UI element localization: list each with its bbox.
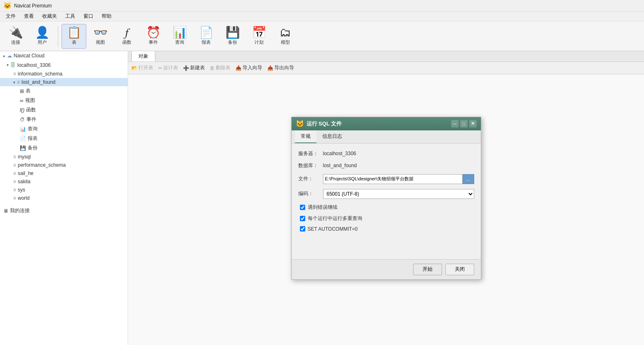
menu-item-窗口[interactable]: 窗口 <box>79 12 97 21</box>
toolbar-btn-view[interactable]: 👓视图 <box>88 24 113 49</box>
toolbar-btn-report[interactable]: 📄报表 <box>194 24 219 49</box>
titlebar: 🐱 Navicat Premium <box>0 0 644 12</box>
main-area: ▸ ☁ Navicat Cloud ▾ 🗄 localhost_3306 ≡ i… <box>0 51 644 345</box>
event-icon: ⏱ <box>20 117 25 123</box>
event-label: 事件 <box>26 116 36 123</box>
sidebar-db-lost-and-found[interactable]: ▾ ≡ lost_and_found <box>0 78 128 86</box>
toolbar-btn-event[interactable]: ⏰事件 <box>141 24 166 49</box>
dialog-tab-general[interactable]: 常规 <box>295 130 316 143</box>
dialog-tab-log[interactable]: 信息日志 <box>316 130 348 143</box>
world-icon: ≡ <box>13 195 16 201</box>
user-toolbar-icon: 👤 <box>35 27 50 38</box>
connection-label: localhost_3306 <box>17 62 51 68</box>
toolbar-btn-query[interactable]: 📊查询 <box>167 24 192 49</box>
table-label: 表 <box>26 87 31 95</box>
db-lost-found-label: lost_and_found <box>21 79 55 85</box>
schedule-toolbar-label: 计划 <box>254 39 264 45</box>
sidebar-query-item[interactable]: 📊 查询 <box>0 124 128 134</box>
menu-item-收藏夹[interactable]: 收藏夹 <box>38 12 61 21</box>
performance-label: performance_schema <box>18 162 66 168</box>
menu-item-帮助[interactable]: 帮助 <box>97 12 116 21</box>
checkbox-autocommit-label: SET AUTOCOMMIT=0 <box>308 226 358 232</box>
connect-toolbar-label: 连接 <box>11 39 20 45</box>
dialog-close-button[interactable]: ✕ <box>469 120 477 128</box>
sidebar-table-item[interactable]: ⊞ 表 <box>0 86 128 96</box>
encoding-label: 编码： <box>298 190 323 197</box>
sidebar-cloud[interactable]: ▸ ☁ Navicat Cloud <box>0 51 128 60</box>
query-toolbar-label: 查询 <box>175 39 184 45</box>
cloud-icon: ☁ <box>7 53 12 59</box>
dialog-footer: 开始 关闭 <box>292 259 481 279</box>
server-label: 服务器： <box>298 150 323 157</box>
query-toolbar-icon: 📊 <box>173 27 187 38</box>
dialog-maximize-button[interactable]: □ <box>460 120 468 128</box>
toolbar-separator <box>58 26 58 47</box>
sidebar-db-sys[interactable]: ≡ sys <box>0 186 128 194</box>
sidebar-db-performance-schema[interactable]: ≡ performance_schema <box>0 161 128 169</box>
file-browse-button[interactable]: … <box>463 174 474 184</box>
dialog-tabs: 常规 信息日志 <box>292 130 481 144</box>
content-area: 对象 📂 打开表 ✏ 设计表 ➕ 新建表 🗑 删除表 📥 导入向导 <box>128 51 644 345</box>
dialog-controls: ─ □ ✕ <box>451 120 477 128</box>
menubar: 文件查看收藏夹工具窗口帮助 <box>0 12 644 21</box>
report-icon: 📄 <box>20 136 26 142</box>
close-dialog-button[interactable]: 关闭 <box>445 264 474 275</box>
file-label: 文件： <box>298 175 323 182</box>
db-icon-green: ≡ <box>17 79 20 85</box>
mysql-icon: ≡ <box>13 154 16 160</box>
sidebar-backup-item[interactable]: 💾 备份 <box>0 143 128 153</box>
toolbar-btn-backup[interactable]: 💾备份 <box>220 24 245 49</box>
checkbox-autocommit[interactable] <box>300 226 305 232</box>
file-input[interactable] <box>323 174 463 184</box>
checkbox-continue-on-error-row: 遇到错误继续 <box>298 204 474 211</box>
toolbar-btn-schedule[interactable]: 📅计划 <box>247 24 271 49</box>
dialog-titlebar: 🐱 运行 SQL 文件 ─ □ ✕ <box>292 117 481 130</box>
connection-arrow-icon: ▾ <box>7 63 9 67</box>
checkbox-continue-on-error[interactable] <box>300 205 305 210</box>
backup-label: 备份 <box>28 144 38 151</box>
toolbar-btn-func[interactable]: 𝑓函数 <box>114 24 139 49</box>
database-row: 数据库： lost_and_found <box>298 162 474 169</box>
func-toolbar-label: 函数 <box>122 39 131 45</box>
report-toolbar-label: 报表 <box>202 39 211 45</box>
sidebar-db-sail-he[interactable]: ≡ sail_he <box>0 169 128 177</box>
sidebar-report-item[interactable]: 📄 报表 <box>0 134 128 143</box>
my-connections-label: 我的连接 <box>10 207 30 214</box>
sidebar-db-information-schema[interactable]: ≡ information_schema <box>0 70 128 78</box>
start-button[interactable]: 开始 <box>413 264 442 275</box>
sidebar-db-sakila[interactable]: ≡ sakila <box>0 177 128 186</box>
toolbar-btn-user[interactable]: 👤用户 <box>30 24 55 49</box>
checkbox-run-multiple-label: 每个运行中运行多重查询 <box>308 215 362 222</box>
sidebar-connection-localhost[interactable]: ▾ 🗄 localhost_3306 <box>0 60 128 70</box>
menu-item-工具[interactable]: 工具 <box>61 12 79 21</box>
sidebar-view-item[interactable]: ∞ 视图 <box>0 96 128 105</box>
menu-item-查看[interactable]: 查看 <box>20 12 38 21</box>
schedule-toolbar-icon: 📅 <box>252 27 266 38</box>
app-icon: 🐱 <box>3 2 12 9</box>
sidebar-func-item[interactable]: f() 函数 <box>0 105 128 115</box>
connect-toolbar-icon: 🔌 <box>9 27 23 38</box>
query-icon: 📊 <box>20 126 26 132</box>
sidebar-db-mysql[interactable]: ≡ mysql <box>0 153 128 161</box>
database-label: 数据库： <box>298 162 323 169</box>
checkbox-run-multiple[interactable] <box>300 216 305 221</box>
dialog-body: 服务器： localhost_3306 数据库： lost_and_found … <box>292 144 481 259</box>
dialog-minimize-button[interactable]: ─ <box>451 120 459 128</box>
sailhe-label: sail_he <box>18 170 33 176</box>
sakila-label: sakila <box>18 179 31 184</box>
cloud-label: Navicat Cloud <box>14 53 45 59</box>
menu-item-文件[interactable]: 文件 <box>2 12 20 21</box>
sidebar-event-item[interactable]: ⏱ 事件 <box>0 115 128 124</box>
encoding-select[interactable]: 65001 (UTF-8) 936 (GBK) 950 (Big5) 1252 … <box>323 189 474 199</box>
toolbar-btn-model[interactable]: 🗂模型 <box>273 24 298 49</box>
sidebar-db-world[interactable]: ≡ world <box>0 194 128 202</box>
dialog-overlay: 🐱 运行 SQL 文件 ─ □ ✕ 常规 信息日志 <box>128 51 644 345</box>
sidebar: ▸ ☁ Navicat Cloud ▾ 🗄 localhost_3306 ≡ i… <box>0 51 128 345</box>
sidebar-my-connections[interactable]: 🖥 我的连接 <box>0 206 128 216</box>
view-toolbar-label: 视图 <box>96 39 105 45</box>
query-label: 查询 <box>28 125 38 132</box>
toolbar-btn-connect[interactable]: 🔌连接 <box>3 24 28 49</box>
checkbox-run-multiple-row: 每个运行中运行多重查询 <box>298 215 474 222</box>
toolbar-btn-table[interactable]: 📋表 <box>62 24 86 49</box>
db-server-icon: 🗄 <box>10 62 16 68</box>
